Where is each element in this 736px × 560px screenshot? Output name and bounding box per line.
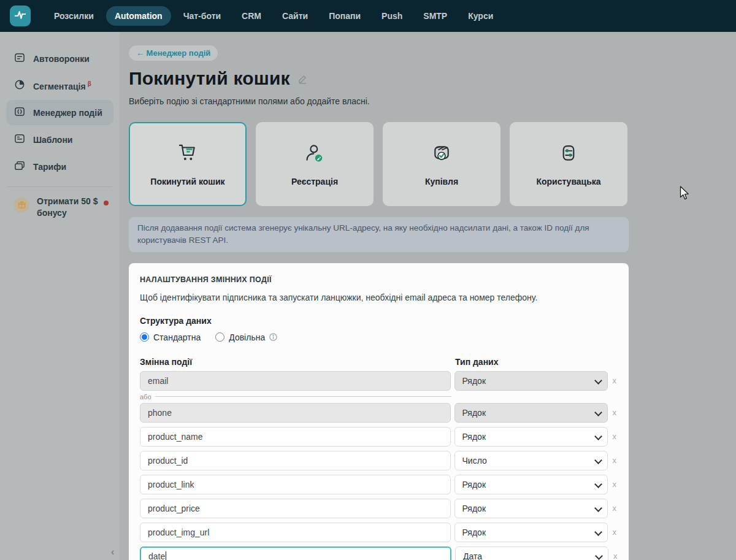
variable-name-input[interactable] [140, 427, 451, 447]
radio-custom[interactable]: Довільна [215, 332, 278, 342]
sidebar-item-segmentation[interactable]: Сегментаціяβ [6, 73, 113, 98]
sidebar-item-autofunnels[interactable]: Автоворонки [6, 46, 113, 71]
type-select[interactable]: Рядок [454, 499, 608, 518]
or-divider: або [140, 393, 451, 401]
card-label: Купівля [425, 177, 458, 186]
notification-dot [104, 201, 109, 205]
sidebar-item-templates[interactable]: Шаблони [6, 127, 113, 152]
variable-name-input[interactable] [140, 499, 451, 518]
remove-row-button[interactable]: x [611, 377, 618, 385]
nav-item-chatbots[interactable]: Чат-боти [175, 6, 229, 26]
card-label: Покинутий кошик [150, 177, 224, 186]
nav-item-crm[interactable]: CRM [233, 6, 270, 26]
sidebar-item-event-manager[interactable]: Менеджер подій [6, 100, 113, 125]
edit-title-icon[interactable] [297, 74, 308, 84]
remove-row-button[interactable]: x [611, 480, 618, 488]
remove-row-button[interactable]: x [611, 504, 618, 512]
type-select[interactable]: Число [454, 451, 608, 470]
pie-chart-icon [13, 79, 26, 93]
remove-row-button[interactable]: x [611, 408, 618, 416]
remove-row-button[interactable]: x [612, 552, 619, 560]
main-content: ← Менеджер подій Покинутий кошик Виберіт… [120, 32, 736, 560]
table-row: Рядок x [140, 499, 618, 518]
collapse-sidebar-chevron[interactable]: ‹ [111, 547, 114, 558]
col-variable: Змінна події [140, 357, 455, 367]
funnel-list-icon [13, 52, 26, 66]
nav-item-courses[interactable]: Курси [459, 6, 502, 26]
variable-name-input[interactable] [140, 523, 451, 542]
sidebar-item-label: Тарифи [33, 162, 66, 172]
structure-label: Структура даних [140, 316, 618, 326]
person-check-icon [303, 142, 326, 167]
table-row: Рядок x [140, 523, 618, 542]
type-select-wrap: Рядок [454, 499, 608, 518]
panel-description: Щоб ідентифікувати підписника та запуска… [140, 293, 618, 302]
card-abandoned-cart[interactable]: Покинутий кошик [129, 122, 247, 206]
app-logo[interactable] [10, 6, 31, 26]
table-row: Дата x [140, 547, 618, 560]
radio-custom-input[interactable] [215, 332, 224, 342]
gift-icon [13, 197, 29, 213]
nav-item-smtp[interactable]: SMTP [415, 6, 456, 26]
variable-name-input [140, 403, 451, 423]
type-select[interactable]: Дата [455, 547, 608, 560]
cart-icon [176, 142, 199, 167]
page-title: Покинутий кошик [129, 68, 290, 89]
top-navbar: Розсилки Automation Чат-боти CRM Сайти П… [0, 0, 736, 32]
column-headers: Змінна події Тип даних [140, 357, 618, 367]
structure-options: Стандартна Довільна [140, 332, 618, 342]
remove-row-button[interactable]: x [611, 528, 618, 536]
bonus-label: Отримати 50 $ бонусу [37, 196, 105, 219]
remove-row-button[interactable]: x [611, 456, 618, 464]
cards-stack-icon [13, 159, 26, 174]
card-purchase[interactable]: Купівля [383, 122, 500, 206]
col-type: Тип даних [455, 357, 499, 367]
variable-name-input[interactable] [140, 451, 451, 470]
nav-item-push[interactable]: Push [373, 6, 411, 26]
nav-item-sites[interactable]: Сайти [274, 6, 316, 26]
type-select: Рядок [454, 371, 608, 391]
sidebar-item-label: Менеджер подій [33, 108, 102, 118]
variable-name-input-focused[interactable] [140, 547, 451, 560]
remove-row-button[interactable]: x [611, 432, 618, 440]
nav-item-popups[interactable]: Попапи [320, 6, 369, 26]
nav-item-rozsylky[interactable]: Розсилки [45, 6, 102, 26]
info-banner: Після додавання події система згенерує у… [129, 217, 629, 252]
type-select-wrap: Рядок [454, 371, 608, 391]
radio-standard-input[interactable] [140, 332, 149, 342]
sidebar-item-pricing[interactable]: Тарифи [6, 154, 113, 179]
card-label: Реєстрація [291, 177, 338, 186]
pulse-icon [13, 8, 27, 24]
card-custom[interactable]: Користувацька [510, 122, 627, 206]
sidebar-divider [7, 186, 112, 187]
card-registration[interactable]: Реєстрація [256, 122, 374, 206]
variables-panel: НАЛАШТУВАННЯ ЗМІННИХ ПОДІЇ Щоб ідентифік… [129, 263, 629, 560]
back-link[interactable]: ← Менеджер подій [129, 45, 218, 61]
sliders-icon [557, 142, 580, 167]
sidebar-item-label: Автоворонки [33, 54, 90, 64]
table-row: Рядок x [140, 371, 618, 391]
type-select-wrap: Рядок [454, 427, 608, 447]
variable-name-input[interactable] [140, 475, 451, 494]
text-caret [166, 551, 166, 560]
sidebar-item-bonus[interactable]: Отримати 50 $ бонусу [6, 193, 113, 221]
card-label: Користувацька [536, 177, 600, 186]
type-select[interactable]: Рядок [454, 475, 608, 494]
table-row: Рядок x [140, 475, 618, 494]
radio-standard[interactable]: Стандартна [140, 332, 201, 342]
type-select-wrap: Рядок [454, 475, 608, 494]
table-row: Число x [140, 451, 618, 470]
type-select[interactable]: Рядок [454, 427, 608, 447]
page-subtitle: Виберіть подію зі стандартними полями аб… [129, 96, 736, 106]
event-type-cards: Покинутий кошик Реєстрація [129, 122, 736, 206]
type-select-wrap: Рядок [454, 403, 608, 423]
nav-item-automation[interactable]: Automation [106, 6, 171, 26]
info-icon[interactable] [269, 332, 278, 342]
table-row: Рядок x [140, 427, 618, 447]
type-select[interactable]: Рядок [454, 523, 608, 542]
type-select-wrap: Число [454, 451, 608, 470]
sidebar-item-label: Сегментаціяβ [33, 80, 91, 91]
table-row: Рядок x [140, 403, 618, 423]
event-brackets-icon [13, 105, 26, 120]
type-select-wrap: Дата [455, 547, 608, 560]
